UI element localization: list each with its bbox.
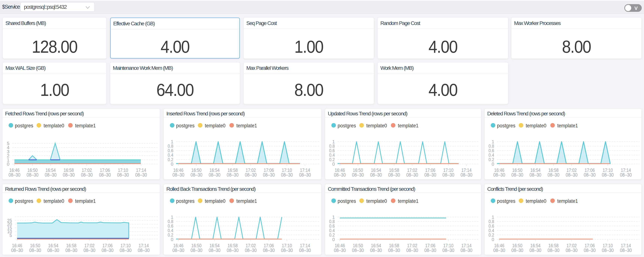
svg-text:08–30: 08–30 bbox=[548, 248, 560, 253]
svg-text:08–30: 08–30 bbox=[208, 172, 220, 178]
svg-text:08–30: 08–30 bbox=[11, 248, 23, 253]
svg-text:16:50: 16:50 bbox=[353, 243, 363, 248]
svg-text:16:46: 16:46 bbox=[494, 168, 504, 173]
svg-text:08–30: 08–30 bbox=[620, 172, 632, 178]
svg-text:16:50: 16:50 bbox=[191, 243, 202, 248]
svg-text:08–30: 08–30 bbox=[406, 172, 418, 178]
svg-text:17:10: 17:10 bbox=[443, 243, 454, 248]
svg-text:08–30: 08–30 bbox=[460, 248, 472, 253]
svg-text:0: 0 bbox=[171, 237, 173, 242]
svg-text:08–30: 08–30 bbox=[227, 172, 239, 178]
svg-text:17:10: 17:10 bbox=[282, 168, 292, 173]
svg-text:08–30: 08–30 bbox=[584, 248, 596, 253]
svg-text:16:54: 16:54 bbox=[210, 243, 220, 248]
svg-text:08–30: 08–30 bbox=[334, 172, 346, 178]
svg-text:08–30: 08–30 bbox=[460, 172, 472, 178]
svg-text:08–30: 08–30 bbox=[370, 248, 382, 253]
svg-text:0: 0 bbox=[332, 237, 335, 242]
svg-text:17:02: 17:02 bbox=[407, 243, 417, 248]
svg-text:postgres: postgres bbox=[15, 123, 33, 128]
svg-text:17:02: 17:02 bbox=[84, 243, 94, 248]
svg-text:16:50: 16:50 bbox=[30, 243, 40, 248]
svg-text:08–30: 08–30 bbox=[281, 172, 293, 178]
svg-text:16:54: 16:54 bbox=[46, 168, 56, 173]
svg-text:17:02: 17:02 bbox=[566, 168, 576, 173]
svg-text:17:02: 17:02 bbox=[407, 168, 417, 173]
svg-text:17:10: 17:10 bbox=[282, 243, 292, 248]
svg-text:template0: template0 bbox=[205, 198, 226, 204]
svg-text:postgres: postgres bbox=[15, 198, 33, 204]
svg-text:08–30: 08–30 bbox=[494, 172, 505, 178]
svg-text:template0: template0 bbox=[205, 123, 226, 128]
svg-text:08–30: 08–30 bbox=[99, 172, 111, 178]
svg-text:08–30: 08–30 bbox=[138, 248, 150, 253]
svg-text:17:14: 17:14 bbox=[138, 243, 149, 248]
svg-text:08–30: 08–30 bbox=[208, 248, 220, 253]
svg-text:17:06: 17:06 bbox=[425, 243, 436, 248]
svg-text:17:14: 17:14 bbox=[300, 243, 310, 248]
svg-text:16:50: 16:50 bbox=[512, 243, 522, 248]
svg-text:08–30: 08–30 bbox=[424, 172, 436, 178]
svg-text:08–30: 08–30 bbox=[281, 248, 293, 253]
svg-text:08–30: 08–30 bbox=[102, 248, 114, 253]
svg-text:0: 0 bbox=[171, 162, 173, 167]
svg-text:postgres: postgres bbox=[176, 198, 194, 204]
svg-text:16:46: 16:46 bbox=[335, 243, 345, 248]
svg-text:08–30: 08–30 bbox=[334, 248, 346, 253]
svg-text:17:14: 17:14 bbox=[461, 243, 472, 248]
svg-text:08–30: 08–30 bbox=[190, 172, 202, 178]
svg-text:17:14: 17:14 bbox=[461, 168, 472, 173]
svg-text:16:58: 16:58 bbox=[548, 168, 558, 173]
svg-text:17:10: 17:10 bbox=[120, 243, 131, 248]
svg-text:17:14: 17:14 bbox=[621, 243, 631, 248]
svg-text:template0: template0 bbox=[366, 123, 387, 128]
svg-text:16:58: 16:58 bbox=[64, 168, 74, 173]
svg-text:16:50: 16:50 bbox=[28, 168, 38, 173]
svg-text:08–30: 08–30 bbox=[81, 172, 93, 178]
svg-text:08–30: 08–30 bbox=[494, 248, 505, 253]
svg-text:16:54: 16:54 bbox=[371, 168, 381, 173]
svg-text:16:46: 16:46 bbox=[12, 243, 22, 248]
svg-text:template1: template1 bbox=[398, 198, 418, 204]
svg-text:16:58: 16:58 bbox=[548, 243, 558, 248]
svg-text:08–30: 08–30 bbox=[172, 172, 184, 178]
svg-text:17:06: 17:06 bbox=[264, 168, 274, 173]
svg-text:template0: template0 bbox=[526, 198, 546, 204]
svg-text:08–30: 08–30 bbox=[117, 172, 129, 178]
svg-text:17:14: 17:14 bbox=[621, 168, 631, 173]
svg-text:08–30: 08–30 bbox=[45, 172, 56, 178]
svg-text:0: 0 bbox=[332, 162, 335, 167]
svg-text:08–30: 08–30 bbox=[299, 172, 311, 178]
svg-text:08–30: 08–30 bbox=[370, 172, 382, 178]
svg-text:template1: template1 bbox=[557, 198, 578, 204]
svg-text:08–30: 08–30 bbox=[424, 248, 436, 253]
svg-text:08–30: 08–30 bbox=[29, 248, 41, 253]
svg-text:08–30: 08–30 bbox=[63, 172, 75, 178]
svg-text:08–30: 08–30 bbox=[245, 248, 257, 253]
svg-text:08–30: 08–30 bbox=[190, 248, 202, 253]
svg-text:17:02: 17:02 bbox=[566, 243, 576, 248]
svg-text:08–30: 08–30 bbox=[388, 248, 400, 253]
svg-text:5: 5 bbox=[10, 233, 12, 238]
svg-text:17:14: 17:14 bbox=[300, 168, 310, 173]
svg-text:08–30: 08–30 bbox=[66, 248, 77, 253]
svg-text:postgres: postgres bbox=[497, 198, 516, 204]
svg-text:17:06: 17:06 bbox=[425, 168, 436, 173]
svg-text:postgres: postgres bbox=[176, 123, 194, 128]
svg-text:template1: template1 bbox=[398, 123, 418, 128]
svg-text:08–30: 08–30 bbox=[512, 248, 523, 253]
svg-text:08–30: 08–30 bbox=[584, 172, 596, 178]
svg-text:template1: template1 bbox=[557, 123, 578, 128]
svg-text:16:46: 16:46 bbox=[10, 168, 20, 173]
svg-text:template1: template1 bbox=[75, 123, 96, 128]
svg-text:16:54: 16:54 bbox=[530, 243, 540, 248]
svg-text:17:10: 17:10 bbox=[443, 168, 454, 173]
svg-text:08–30: 08–30 bbox=[566, 248, 578, 253]
svg-text:template0: template0 bbox=[44, 123, 64, 128]
svg-text:08–30: 08–30 bbox=[602, 172, 614, 178]
svg-text:08–30: 08–30 bbox=[245, 172, 257, 178]
svg-text:08–30: 08–30 bbox=[135, 172, 147, 178]
svg-text:08–30: 08–30 bbox=[602, 248, 614, 253]
svg-text:17:06: 17:06 bbox=[585, 168, 595, 173]
svg-text:16:50: 16:50 bbox=[353, 168, 363, 173]
